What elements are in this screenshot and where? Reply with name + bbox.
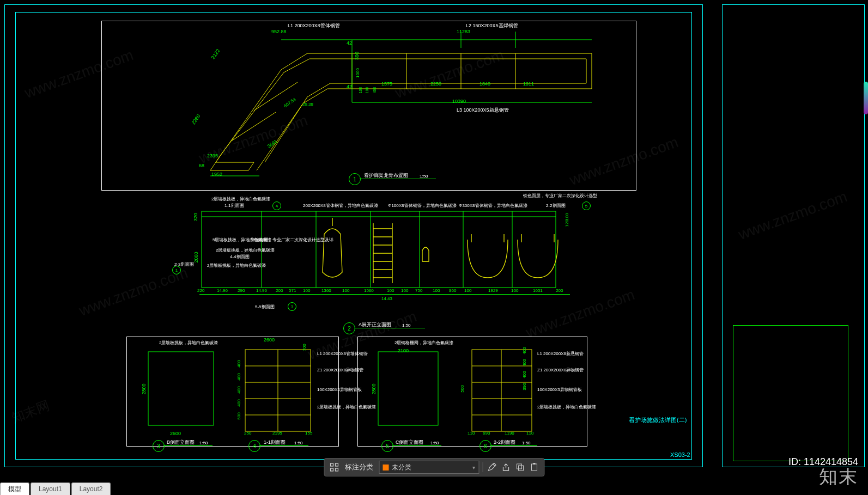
dim: 390 xyxy=(355,52,360,60)
bub3: 3 xyxy=(288,302,296,311)
view5-geom xyxy=(363,341,456,439)
view2-title: A展开正立面图 xyxy=(359,322,391,327)
c: 2层墙板挑板，异地白色氟碳漆 xyxy=(216,248,275,253)
dim: 1575 xyxy=(381,82,392,87)
c: 200X200X8管体钢管，异地白色氟碳漆 xyxy=(303,204,378,208)
c: 穿墙格栅，专业厂家二次深化设计选型及详 xyxy=(251,238,333,242)
dim: 1952 xyxy=(211,172,222,177)
bubble-1: 1 xyxy=(349,173,361,185)
t: C侧面立面图 xyxy=(396,440,424,445)
svg-rect-33 xyxy=(148,352,214,425)
c: 2层墙板挑板，异地白色氟碳漆 xyxy=(211,197,270,201)
d: 14.96 xyxy=(217,289,228,293)
c: 5-5剖面图 xyxy=(255,305,275,309)
grid-icon[interactable] xyxy=(329,462,339,473)
c: 1-1剖面图 xyxy=(224,204,244,208)
c: 2层墙板挑板，异地白色氟碳漆 xyxy=(537,405,596,410)
t: 2-2剖面图 xyxy=(494,440,515,445)
edit-icon[interactable] xyxy=(486,462,497,473)
c: Φ300X8管体钢管，异地白色氟碳漆 xyxy=(459,204,527,208)
d: 400 xyxy=(523,371,527,378)
scrollbar-right[interactable] xyxy=(864,82,868,114)
dim: 952.88 xyxy=(271,29,287,34)
s: 1:50 xyxy=(522,441,531,445)
tab-model[interactable]: 模型 xyxy=(0,482,29,495)
svg-rect-53 xyxy=(531,464,537,470)
callout-L2: L2 150X200X5基焊钢管 xyxy=(466,23,518,28)
dim: 2250 xyxy=(430,82,441,87)
tab-layout1[interactable]: Layout1 xyxy=(31,482,70,495)
d: 400 xyxy=(237,386,241,393)
d: 1560 xyxy=(364,289,374,293)
c: 2-2剖面图 xyxy=(546,204,566,208)
dim: 68 xyxy=(199,163,204,168)
d: 1651 xyxy=(533,289,543,293)
c: Z1 200X200X8异物钢管 xyxy=(317,368,363,372)
tab-layout2[interactable]: Layout2 xyxy=(71,482,111,495)
s: 1:50 xyxy=(199,441,208,445)
bubble-4: 4 xyxy=(248,440,260,452)
bub1: 1 xyxy=(172,266,181,274)
brand-logo: 知末 xyxy=(819,465,858,490)
c: L1 200X200X8新悬钢管 xyxy=(537,352,584,356)
dim: 120 xyxy=(565,219,569,227)
c: 2层铜格栅网，异地白色氟碳漆 xyxy=(394,341,453,345)
d: 100 xyxy=(387,289,394,293)
t: 1-1剖面图 xyxy=(264,440,286,445)
svg-rect-48 xyxy=(335,463,338,466)
d: 500 xyxy=(460,385,465,392)
d: 400 xyxy=(523,359,527,366)
svg-line-0 xyxy=(232,112,276,140)
category-select[interactable]: 未分类 ▾ xyxy=(379,461,479,474)
dim: 100 xyxy=(359,87,362,94)
sheet-title: 看护场施做法详图(二) xyxy=(629,417,687,423)
d: 400 xyxy=(237,360,241,367)
toolbar-label: 标注分类 xyxy=(343,462,375,472)
copy-icon[interactable] xyxy=(514,462,525,473)
d: 110 xyxy=(468,431,475,436)
chevron-down-icon: ▾ xyxy=(472,465,475,470)
d: 571 xyxy=(289,289,296,293)
dim: 29.38 xyxy=(302,102,313,107)
d: 400 xyxy=(523,347,527,354)
color-swatch-icon xyxy=(383,465,389,470)
d: 250 xyxy=(244,431,251,436)
dim: 42 xyxy=(347,41,352,46)
d: 860 xyxy=(449,289,456,293)
bub5: 5 xyxy=(582,201,591,210)
view1-geometry xyxy=(101,21,635,190)
l xyxy=(490,445,537,446)
dim: 11283 xyxy=(457,29,470,34)
d: 700 xyxy=(302,344,307,351)
d: 690 xyxy=(483,431,490,436)
d: 290 xyxy=(238,289,245,293)
dim-line xyxy=(199,294,570,295)
bubble-2: 2 xyxy=(343,322,355,334)
layout-tabs: 模型 Layout1 Layout2 xyxy=(0,482,112,495)
c: 4-4剖面图 xyxy=(230,255,250,259)
svg-rect-51 xyxy=(517,464,521,469)
c: 100X200X3异物钢管板 xyxy=(317,388,362,392)
c: 100X200X3异物钢管板 xyxy=(537,388,582,392)
d: 500 xyxy=(237,412,241,419)
d: 750 xyxy=(415,289,422,293)
divider xyxy=(482,462,483,472)
c: Z1 200X200X8异物钢管 xyxy=(537,368,584,372)
c: Φ100X8管体钢管，异地白色氟碳漆 xyxy=(388,204,457,208)
dim: 2395 xyxy=(207,154,218,158)
svg-rect-54 xyxy=(533,463,535,465)
view1-title: 看护廊架龙骨布置图 xyxy=(364,173,408,178)
l xyxy=(392,445,441,446)
d: 100 xyxy=(433,289,440,293)
paste-icon[interactable] xyxy=(529,462,539,473)
select-value: 未分类 xyxy=(392,463,411,472)
svg-line-1 xyxy=(254,82,298,111)
view2-scale: 1:50 xyxy=(402,323,411,328)
d: 1360 xyxy=(321,289,331,293)
s: 1:50 xyxy=(294,441,303,445)
d: 1190 xyxy=(505,431,514,436)
c: 2层墙板挑板，异地白色氟碳漆 xyxy=(207,264,266,268)
d: 100 xyxy=(401,289,408,293)
bubble-5: 5 xyxy=(381,440,393,452)
export-icon[interactable] xyxy=(500,462,511,473)
